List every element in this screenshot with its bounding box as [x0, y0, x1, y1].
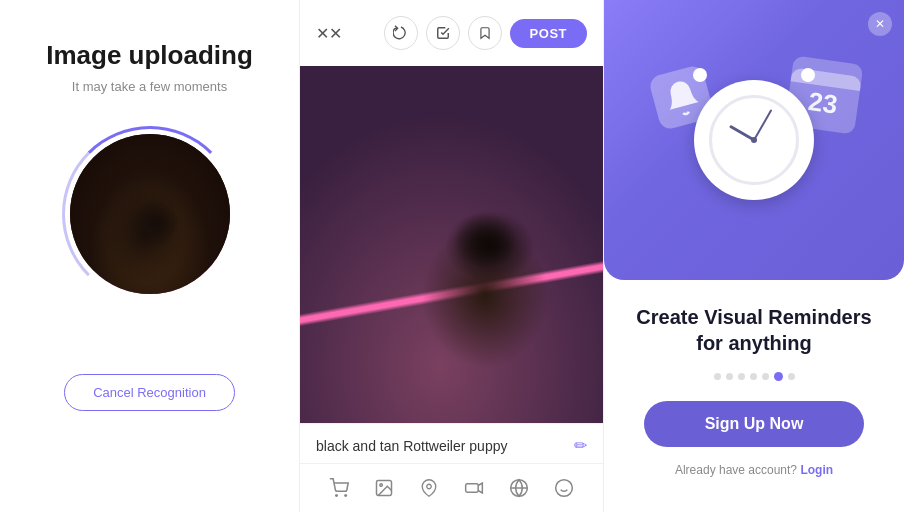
upload-panel: Image uploading It may take a few moment…	[0, 0, 300, 512]
close-icon[interactable]: ✕	[316, 24, 342, 43]
reminder-close-button[interactable]: ✕	[868, 12, 892, 36]
post-image-container	[300, 66, 603, 423]
post-caption: black and tan Rottweiler puppy	[316, 436, 587, 455]
undo-button[interactable]	[384, 16, 418, 50]
signup-button[interactable]: Sign Up Now	[644, 401, 864, 447]
dot-2[interactable]	[726, 373, 733, 380]
cancel-recognition-button[interactable]: Cancel Recognition	[64, 374, 235, 411]
login-row: Already have account? Login	[675, 463, 833, 477]
post-caption-area: black and tan Rottweiler puppy	[300, 423, 603, 463]
svg-point-0	[335, 495, 337, 497]
clock-center	[751, 137, 757, 143]
reminder-title: Create Visual Reminders for anything	[624, 304, 884, 356]
svg-rect-5	[466, 484, 479, 492]
svg-point-1	[344, 495, 346, 497]
smile-icon[interactable]	[550, 474, 578, 502]
edit-caption-button[interactable]	[574, 436, 587, 455]
reminder-header: ✕ 23	[604, 0, 904, 280]
dot-3[interactable]	[738, 373, 745, 380]
check-button[interactable]	[426, 16, 460, 50]
calendar-number: 23	[806, 86, 839, 121]
post-image-inner	[300, 66, 603, 423]
cart-icon[interactable]	[325, 474, 353, 502]
svg-point-4	[427, 484, 432, 489]
pagination-dots	[714, 372, 795, 381]
post-header-icons: POST	[384, 16, 587, 50]
reminder-content: Create Visual Reminders for anything Sig…	[604, 280, 904, 512]
clock-minute-hand	[753, 109, 772, 140]
post-header: ✕ POST	[300, 0, 603, 66]
caption-text: black and tan Rottweiler puppy	[316, 438, 507, 454]
upload-subtitle: It may take a few moments	[72, 79, 227, 94]
dot-7[interactable]	[788, 373, 795, 380]
progress-ring	[62, 126, 238, 302]
post-panel: ✕ POST black and tan Rottweiler puppy	[300, 0, 604, 512]
clock-main	[694, 80, 814, 200]
login-link[interactable]: Login	[800, 463, 833, 477]
dot-1[interactable]	[714, 373, 721, 380]
clock-face	[709, 95, 799, 185]
location-icon[interactable]	[415, 474, 443, 502]
video-icon[interactable]	[460, 474, 488, 502]
image-icon[interactable]	[370, 474, 398, 502]
already-account-text: Already have account?	[675, 463, 797, 477]
bookmark-button[interactable]	[468, 16, 502, 50]
dot-5[interactable]	[762, 373, 769, 380]
svg-point-3	[380, 484, 383, 487]
upload-title: Image uploading	[46, 40, 253, 71]
dot-4[interactable]	[750, 373, 757, 380]
clock-illustration: 23	[644, 40, 864, 240]
post-button[interactable]: POST	[510, 19, 587, 48]
svg-point-8	[556, 480, 573, 497]
dot-6[interactable]	[774, 372, 783, 381]
post-image	[300, 66, 603, 423]
globe-icon[interactable]	[505, 474, 533, 502]
post-bottom-toolbar	[300, 463, 603, 512]
reminder-panel: ✕ 23 Create Visual Reminders for anythin	[604, 0, 904, 512]
upload-circle	[70, 134, 230, 294]
